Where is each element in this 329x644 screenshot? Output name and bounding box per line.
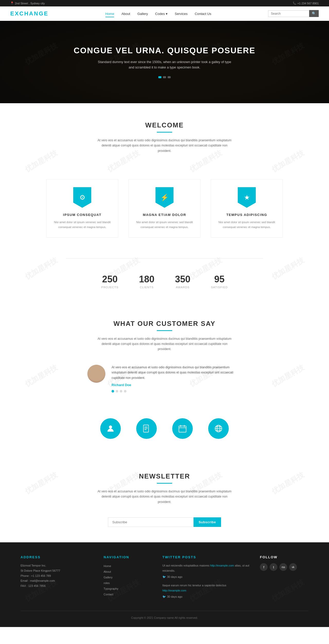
hero-dot-3[interactable] <box>168 76 171 78</box>
footer-address-title: ADDRESS <box>21 555 93 559</box>
welcome-subtitle: At vero eos et accusamus et iusto odio d… <box>95 138 234 153</box>
counter-label-3: AWARDS <box>175 286 190 289</box>
footer-nav-links: Home About Gallery roles Typography Cont… <box>104 563 152 597</box>
newsletter-subtitle: At vero eos et accusamus et iusto odio d… <box>95 489 234 504</box>
navbar-brand[interactable]: EXCHANGE <box>10 10 49 17</box>
footer-phone: Phone : +1 123 456 789 <box>21 573 93 579</box>
person-icon-circle[interactable] <box>100 418 121 439</box>
twitter-post-2-text: Itaque earum rerum hic tenetur a sapient… <box>162 584 226 592</box>
svg-point-0 <box>109 425 112 429</box>
counter-number-4: 95 <box>211 274 228 285</box>
welcome-section: WELCOME At vero eos et accusamus et iust… <box>0 103 329 179</box>
footer-follow-col: FOLLOW f t rss vk <box>260 555 308 603</box>
testimonial-section: WHAT OUR CUSTOMER SAY At vero eos et acc… <box>0 304 329 408</box>
svg-rect-5 <box>179 426 186 432</box>
footer: ADDRESS Elizmod Tempor Inc. St Dolore Pl… <box>0 542 329 627</box>
twitter-post-2: Itaque earum rerum hic tenetur a sapient… <box>162 583 250 599</box>
feature-icon-2: ⚡ <box>156 187 173 208</box>
facebook-icon[interactable]: f <box>260 563 268 571</box>
feature-title-1: IPSUM CONSEQUAT <box>52 213 113 217</box>
twitter-bird-icon-1: 🐦 <box>162 575 166 580</box>
phone-icon: 📞 <box>293 2 296 5</box>
footer-copyright: Copyright © 2021 Company name All rights… <box>131 616 198 619</box>
counter-1: 250 PROJECTS <box>101 274 118 289</box>
document-icon-circle[interactable] <box>136 418 157 439</box>
t-dot-2[interactable] <box>116 390 118 393</box>
nav-item-gallery[interactable]: Gallery <box>137 11 148 16</box>
newsletter-section: NEWSLETTER At vero eos et accusamus et i… <box>0 454 329 542</box>
welcome-title: WELCOME <box>10 121 319 129</box>
twitter-bird-icon-2: 🐦 <box>162 594 166 599</box>
avatar <box>87 365 105 383</box>
hero-content: CONGUE VEL URNA. QUISQUE POSUERE Standar… <box>74 46 255 79</box>
nav-item-codes[interactable]: Codes ▾ <box>155 11 168 16</box>
footer-grid: ADDRESS Elizmod Tempor Inc. St Dolore Pl… <box>21 555 308 603</box>
avatar-image <box>87 365 105 383</box>
testimonial-quote: At vero eos et accusamus et iusto odio d… <box>112 365 242 380</box>
testimonial-dots <box>112 390 242 393</box>
tweet-time-1: 🐦 30 days ago <box>162 575 250 580</box>
footer-nav-gallery[interactable]: Gallery <box>104 575 152 580</box>
features-row: ⚙ IPSUM CONSEQUAT Nisi amet dolor sit ip… <box>0 179 329 253</box>
testimonial-content: At vero eos et accusamus et iusto odio d… <box>87 365 242 393</box>
counter-4: 95 SATISFIED <box>211 274 228 289</box>
welcome-divider <box>157 132 172 133</box>
calendar-icon-circle[interactable] <box>172 418 193 439</box>
newsletter-submit-button[interactable]: Subscribe <box>194 517 221 527</box>
footer-street: St Dolore Place Kingport 56777 <box>21 568 93 573</box>
top-bar: 📍 2nd Street , Sydney city 📞 +1 234 567 … <box>0 0 329 6</box>
t-dot-3[interactable] <box>120 390 122 393</box>
twitter-link-2[interactable]: http://example.com <box>162 589 186 592</box>
search-form: 🔍 <box>268 10 319 17</box>
counter-number-1: 250 <box>101 274 118 285</box>
t-dot-1[interactable] <box>112 390 114 393</box>
t-dot-4[interactable] <box>124 390 126 393</box>
feature-text-2: Nisi amet dolor sit ipsum venenec sed bl… <box>134 220 195 229</box>
rss-icon[interactable]: rss <box>279 563 287 571</box>
nav-item-services[interactable]: Services <box>175 11 188 16</box>
twitter-post-1: Ut aut reiciendis voluptatibus maiores h… <box>162 563 250 579</box>
footer-twitter-title: TWITTER POSTS <box>162 555 250 559</box>
twitter-link-1[interactable]: http://example.com <box>210 564 234 567</box>
counter-number-3: 350 <box>175 274 190 285</box>
vk-icon[interactable]: vk <box>289 563 297 571</box>
hero-dots <box>74 76 255 78</box>
counter-number-2: 180 <box>139 274 154 285</box>
twitter-icon[interactable]: t <box>270 563 277 571</box>
footer-nav-title: NAVIGATION <box>104 555 152 559</box>
newsletter-divider <box>157 483 172 484</box>
newsletter-title: NEWSLETTER <box>10 472 319 480</box>
footer-nav-home[interactable]: Home <box>104 563 152 569</box>
hero-dot-2[interactable] <box>163 76 166 78</box>
counter-3: 350 AWARDS <box>175 274 190 289</box>
nav-item-contact[interactable]: Contact Us <box>195 11 211 16</box>
hero-section: CONGUE VEL URNA. QUISQUE POSUERE Standar… <box>0 21 329 103</box>
feature-icon-3: ★ <box>238 187 256 208</box>
top-bar-phone: 📞 +1 234 567 8901 <box>293 2 319 5</box>
footer-nav-contact[interactable]: Contact <box>104 591 152 597</box>
feature-card-1: ⚙ IPSUM CONSEQUAT Nisi amet dolor sit ip… <box>46 179 118 237</box>
feature-card-3: ★ TEMPUS ADIPISCING Nisi amet dolor sit … <box>211 179 283 237</box>
footer-nav-about[interactable]: About <box>104 569 152 575</box>
footer-nav-col: NAVIGATION Home About Gallery roles Typo… <box>104 555 152 603</box>
footer-fax: FAX : 123 456 7856 <box>21 584 93 589</box>
footer-bottom: Copyright © 2021 Company name All rights… <box>21 611 308 619</box>
footer-nav-typography[interactable]: Typography <box>104 586 152 591</box>
feature-text-3: Nisi amet dolor sit ipsum venenec sed bl… <box>216 220 277 229</box>
nav-item-home[interactable]: Home <box>105 11 114 16</box>
hero-title: CONGUE VEL URNA. QUISQUE POSUERE <box>74 46 255 55</box>
search-input[interactable] <box>268 10 309 17</box>
footer-address-col: ADDRESS Elizmod Tempor Inc. St Dolore Pl… <box>21 555 93 603</box>
footer-twitter-col: TWITTER POSTS Ut aut reiciendis voluptat… <box>162 555 250 603</box>
globe-icon-circle[interactable] <box>208 418 229 439</box>
hero-dot-1[interactable] <box>158 76 161 78</box>
newsletter-input[interactable] <box>108 517 194 527</box>
footer-nav-roles[interactable]: roles <box>104 580 152 586</box>
nav-item-about[interactable]: About <box>121 11 130 16</box>
feature-card-2: ⚡ MAGNA ETIAM DOLOR Nisi amet dolor sit … <box>129 179 200 237</box>
nav-links: Home About Gallery Codes ▾ Services Cont… <box>105 11 211 16</box>
counter-2: 180 CLIENTS <box>139 274 154 289</box>
hero-subtitle: Standard dummy text ever since the 1500s… <box>98 59 231 70</box>
search-button[interactable]: 🔍 <box>309 10 319 17</box>
testimonial-body: At vero eos et accusamus et iusto odio d… <box>112 365 242 393</box>
